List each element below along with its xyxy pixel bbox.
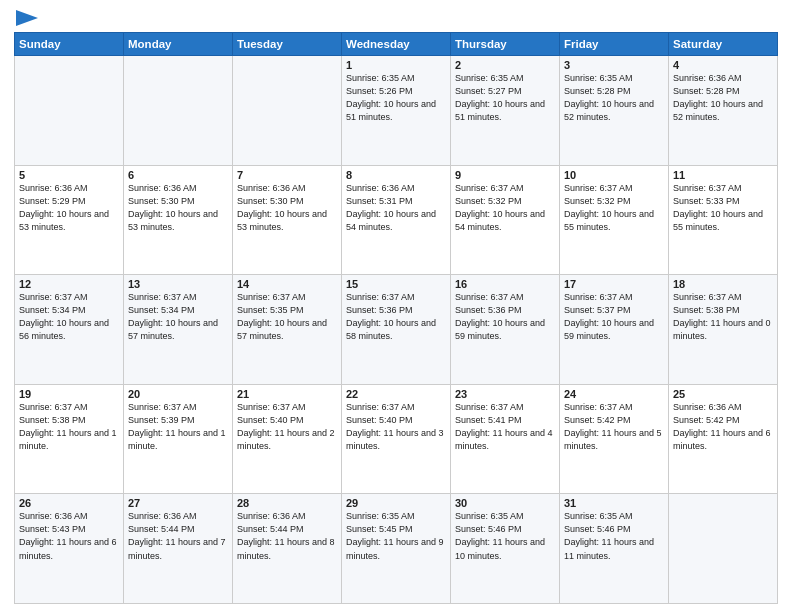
day-number: 25: [673, 388, 773, 400]
day-number: 21: [237, 388, 337, 400]
calendar-cell: 26Sunrise: 6:36 AMSunset: 5:43 PMDayligh…: [15, 494, 124, 604]
day-info: Sunrise: 6:36 AMSunset: 5:44 PMDaylight:…: [237, 510, 337, 562]
day-info: Sunrise: 6:37 AMSunset: 5:36 PMDaylight:…: [346, 291, 446, 343]
day-info: Sunrise: 6:37 AMSunset: 5:38 PMDaylight:…: [19, 401, 119, 453]
day-info: Sunrise: 6:37 AMSunset: 5:40 PMDaylight:…: [346, 401, 446, 453]
calendar-cell: 30Sunrise: 6:35 AMSunset: 5:46 PMDayligh…: [451, 494, 560, 604]
day-number: 27: [128, 497, 228, 509]
calendar-cell: 25Sunrise: 6:36 AMSunset: 5:42 PMDayligh…: [669, 384, 778, 494]
calendar-cell: [15, 56, 124, 166]
day-number: 28: [237, 497, 337, 509]
calendar-cell: 23Sunrise: 6:37 AMSunset: 5:41 PMDayligh…: [451, 384, 560, 494]
logo: [14, 10, 38, 26]
day-info: Sunrise: 6:37 AMSunset: 5:34 PMDaylight:…: [19, 291, 119, 343]
day-info: Sunrise: 6:36 AMSunset: 5:43 PMDaylight:…: [19, 510, 119, 562]
calendar-cell: 1Sunrise: 6:35 AMSunset: 5:26 PMDaylight…: [342, 56, 451, 166]
header-row: SundayMondayTuesdayWednesdayThursdayFrid…: [15, 33, 778, 56]
day-number: 17: [564, 278, 664, 290]
day-number: 15: [346, 278, 446, 290]
header: [14, 10, 778, 26]
day-number: 31: [564, 497, 664, 509]
calendar-cell: 14Sunrise: 6:37 AMSunset: 5:35 PMDayligh…: [233, 275, 342, 385]
day-header-friday: Friday: [560, 33, 669, 56]
day-number: 6: [128, 169, 228, 181]
calendar-cell: 27Sunrise: 6:36 AMSunset: 5:44 PMDayligh…: [124, 494, 233, 604]
day-number: 23: [455, 388, 555, 400]
day-info: Sunrise: 6:36 AMSunset: 5:31 PMDaylight:…: [346, 182, 446, 234]
day-info: Sunrise: 6:35 AMSunset: 5:46 PMDaylight:…: [455, 510, 555, 562]
day-number: 8: [346, 169, 446, 181]
day-info: Sunrise: 6:37 AMSunset: 5:38 PMDaylight:…: [673, 291, 773, 343]
day-number: 13: [128, 278, 228, 290]
calendar-cell: [124, 56, 233, 166]
day-number: 2: [455, 59, 555, 71]
day-number: 20: [128, 388, 228, 400]
day-info: Sunrise: 6:36 AMSunset: 5:30 PMDaylight:…: [237, 182, 337, 234]
calendar-cell: 28Sunrise: 6:36 AMSunset: 5:44 PMDayligh…: [233, 494, 342, 604]
day-number: 1: [346, 59, 446, 71]
day-info: Sunrise: 6:36 AMSunset: 5:44 PMDaylight:…: [128, 510, 228, 562]
calendar-cell: 17Sunrise: 6:37 AMSunset: 5:37 PMDayligh…: [560, 275, 669, 385]
day-info: Sunrise: 6:37 AMSunset: 5:34 PMDaylight:…: [128, 291, 228, 343]
calendar-cell: 10Sunrise: 6:37 AMSunset: 5:32 PMDayligh…: [560, 165, 669, 275]
calendar-cell: 21Sunrise: 6:37 AMSunset: 5:40 PMDayligh…: [233, 384, 342, 494]
day-info: Sunrise: 6:37 AMSunset: 5:36 PMDaylight:…: [455, 291, 555, 343]
day-number: 30: [455, 497, 555, 509]
calendar-cell: [233, 56, 342, 166]
day-info: Sunrise: 6:37 AMSunset: 5:37 PMDaylight:…: [564, 291, 664, 343]
week-row-4: 19Sunrise: 6:37 AMSunset: 5:38 PMDayligh…: [15, 384, 778, 494]
day-number: 4: [673, 59, 773, 71]
day-number: 18: [673, 278, 773, 290]
calendar-cell: 2Sunrise: 6:35 AMSunset: 5:27 PMDaylight…: [451, 56, 560, 166]
week-row-3: 12Sunrise: 6:37 AMSunset: 5:34 PMDayligh…: [15, 275, 778, 385]
day-info: Sunrise: 6:35 AMSunset: 5:45 PMDaylight:…: [346, 510, 446, 562]
day-info: Sunrise: 6:36 AMSunset: 5:29 PMDaylight:…: [19, 182, 119, 234]
page: SundayMondayTuesdayWednesdayThursdayFrid…: [0, 0, 792, 612]
day-number: 22: [346, 388, 446, 400]
calendar-cell: 9Sunrise: 6:37 AMSunset: 5:32 PMDaylight…: [451, 165, 560, 275]
day-number: 26: [19, 497, 119, 509]
day-number: 10: [564, 169, 664, 181]
day-header-saturday: Saturday: [669, 33, 778, 56]
week-row-5: 26Sunrise: 6:36 AMSunset: 5:43 PMDayligh…: [15, 494, 778, 604]
day-header-sunday: Sunday: [15, 33, 124, 56]
calendar-cell: 6Sunrise: 6:36 AMSunset: 5:30 PMDaylight…: [124, 165, 233, 275]
day-info: Sunrise: 6:36 AMSunset: 5:42 PMDaylight:…: [673, 401, 773, 453]
logo-arrow-icon: [16, 10, 38, 26]
calendar-cell: 31Sunrise: 6:35 AMSunset: 5:46 PMDayligh…: [560, 494, 669, 604]
day-number: 16: [455, 278, 555, 290]
day-number: 9: [455, 169, 555, 181]
day-info: Sunrise: 6:37 AMSunset: 5:42 PMDaylight:…: [564, 401, 664, 453]
day-number: 29: [346, 497, 446, 509]
day-header-monday: Monday: [124, 33, 233, 56]
calendar-cell: 5Sunrise: 6:36 AMSunset: 5:29 PMDaylight…: [15, 165, 124, 275]
day-info: Sunrise: 6:36 AMSunset: 5:28 PMDaylight:…: [673, 72, 773, 124]
day-info: Sunrise: 6:35 AMSunset: 5:27 PMDaylight:…: [455, 72, 555, 124]
calendar-cell: 4Sunrise: 6:36 AMSunset: 5:28 PMDaylight…: [669, 56, 778, 166]
calendar-cell: 16Sunrise: 6:37 AMSunset: 5:36 PMDayligh…: [451, 275, 560, 385]
day-number: 19: [19, 388, 119, 400]
calendar-cell: 24Sunrise: 6:37 AMSunset: 5:42 PMDayligh…: [560, 384, 669, 494]
day-number: 11: [673, 169, 773, 181]
day-header-tuesday: Tuesday: [233, 33, 342, 56]
calendar-cell: 22Sunrise: 6:37 AMSunset: 5:40 PMDayligh…: [342, 384, 451, 494]
calendar-cell: 11Sunrise: 6:37 AMSunset: 5:33 PMDayligh…: [669, 165, 778, 275]
day-info: Sunrise: 6:37 AMSunset: 5:41 PMDaylight:…: [455, 401, 555, 453]
calendar-cell: 7Sunrise: 6:36 AMSunset: 5:30 PMDaylight…: [233, 165, 342, 275]
day-info: Sunrise: 6:37 AMSunset: 5:39 PMDaylight:…: [128, 401, 228, 453]
calendar-cell: 3Sunrise: 6:35 AMSunset: 5:28 PMDaylight…: [560, 56, 669, 166]
day-info: Sunrise: 6:37 AMSunset: 5:35 PMDaylight:…: [237, 291, 337, 343]
day-info: Sunrise: 6:37 AMSunset: 5:40 PMDaylight:…: [237, 401, 337, 453]
day-info: Sunrise: 6:36 AMSunset: 5:30 PMDaylight:…: [128, 182, 228, 234]
svg-marker-0: [16, 10, 38, 26]
day-number: 3: [564, 59, 664, 71]
calendar-cell: 15Sunrise: 6:37 AMSunset: 5:36 PMDayligh…: [342, 275, 451, 385]
day-header-wednesday: Wednesday: [342, 33, 451, 56]
day-header-thursday: Thursday: [451, 33, 560, 56]
calendar-table: SundayMondayTuesdayWednesdayThursdayFrid…: [14, 32, 778, 604]
day-info: Sunrise: 6:35 AMSunset: 5:46 PMDaylight:…: [564, 510, 664, 562]
calendar-cell: 29Sunrise: 6:35 AMSunset: 5:45 PMDayligh…: [342, 494, 451, 604]
day-info: Sunrise: 6:37 AMSunset: 5:33 PMDaylight:…: [673, 182, 773, 234]
calendar-cell: 8Sunrise: 6:36 AMSunset: 5:31 PMDaylight…: [342, 165, 451, 275]
calendar-cell: 20Sunrise: 6:37 AMSunset: 5:39 PMDayligh…: [124, 384, 233, 494]
